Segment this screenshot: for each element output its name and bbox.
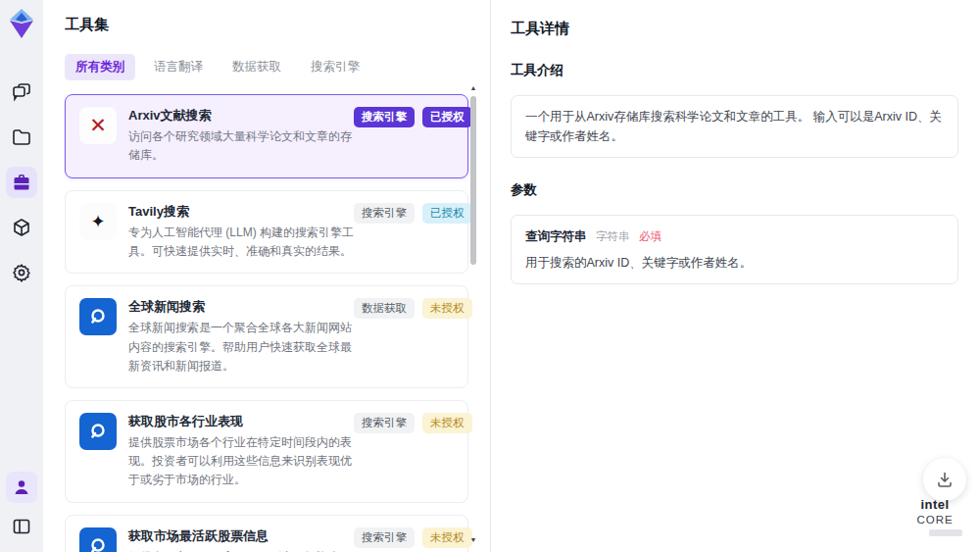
- tool-name: 获取股市各行业表现: [128, 413, 354, 430]
- core-wordmark: CORE: [916, 514, 953, 526]
- news-search-logo-icon: [79, 527, 117, 552]
- param-box: 查询字符串 字符串 必填 用于搜索的Arxiv ID、关键字或作者姓名。: [511, 215, 958, 284]
- chat-icon[interactable]: [6, 76, 37, 108]
- param-type: 字符串: [596, 230, 630, 242]
- tool-description: 专为人工智能代理 (LLM) 构建的搜索引擎工具。可快速提供实时、准确和真实的结…: [128, 224, 354, 261]
- toolbox-icon[interactable]: [6, 167, 37, 198]
- app-logo-icon: [7, 8, 36, 39]
- tool-name: Tavily搜索: [128, 203, 354, 221]
- param-description: 用于搜索的Arxiv ID、关键字或作者姓名。: [525, 253, 944, 273]
- scroll-up-arrow[interactable]: ▲: [469, 84, 477, 92]
- intel-core-logo: intel CORE: [904, 497, 966, 536]
- scroll-down-arrow[interactable]: ▼: [469, 536, 477, 544]
- package-icon[interactable]: [6, 212, 37, 243]
- tool-name: 获取市场最活跃股票信息: [128, 527, 354, 545]
- panel-toggle-icon[interactable]: [6, 511, 37, 542]
- tool-description: 全球新闻搜索是一个聚合全球各大新闻网站内容的搜索引擎。帮助用户快速获取全球最新资…: [128, 319, 354, 376]
- category-badge: 搜索引擎: [354, 203, 415, 224]
- tavily-star-icon: ✦: [79, 203, 117, 240]
- page-title: 工具集: [65, 16, 490, 34]
- tool-card-sector-performance[interactable]: 获取股市各行业表现 提供股票市场各个行业在特定时间段内的表现。投资者可以利用这些…: [65, 400, 468, 503]
- news-search-logo-icon: [79, 298, 117, 335]
- intel-badge-sub: [929, 529, 962, 536]
- category-badge: 数据获取: [354, 298, 415, 319]
- settings-gear-icon[interactable]: [6, 257, 37, 288]
- tool-list: ✕ Arxiv文献搜索 访问各个研究领域大量科学论文和文章的存储库。 搜索引擎 …: [65, 94, 468, 552]
- tool-description: 提供股票市场各个行业在特定时间段内的表现。投资者可以利用这些信息来识别表现优于或…: [128, 433, 354, 490]
- scrollbar-thumb[interactable]: [470, 96, 476, 265]
- intro-heading: 工具介绍: [511, 62, 958, 79]
- user-icon[interactable]: [6, 472, 37, 503]
- auth-status-badge: 未授权: [422, 527, 472, 548]
- news-search-logo-icon: [79, 413, 117, 450]
- tool-list-panel: 工具集 所有类别 语言翻译 数据获取 搜索引擎 ✕ Arxiv文献搜索 访问各个…: [43, 0, 490, 552]
- tool-card-arxiv[interactable]: ✕ Arxiv文献搜索 访问各个研究领域大量科学论文和文章的存储库。 搜索引擎 …: [65, 94, 468, 178]
- tab-language-translation[interactable]: 语言翻译: [143, 54, 214, 80]
- param-name: 查询字符串: [525, 229, 587, 243]
- auth-status-badge: 未授权: [422, 298, 472, 319]
- tool-name: 全球新闻搜索: [128, 298, 354, 316]
- category-badge: 搜索引擎: [354, 107, 415, 127]
- tool-name: Arxiv文献搜索: [128, 107, 354, 125]
- tool-description: 提供当天交易量最高的股票列表，投资者可以利用这些信息来识别流动性强的股票和潜在的…: [128, 548, 354, 552]
- download-button[interactable]: [923, 458, 966, 501]
- intel-wordmark: intel: [920, 497, 949, 512]
- param-required-badge: 必填: [639, 230, 662, 242]
- auth-status-badge: 未授权: [422, 413, 472, 433]
- auth-status-badge: 已授权: [422, 107, 472, 127]
- intro-box: 一个用于从Arxiv存储库搜索科学论文和文章的工具。 输入可以是Arxiv ID…: [511, 95, 958, 158]
- detail-title: 工具详情: [511, 20, 958, 38]
- category-tabs: 所有类别 语言翻译 数据获取 搜索引擎: [65, 54, 490, 80]
- list-scrollbar[interactable]: ▲ ▼: [469, 82, 477, 546]
- tab-search-engine[interactable]: 搜索引擎: [300, 54, 370, 80]
- tool-detail-panel: 工具详情 工具介绍 一个用于从Arxiv存储库搜索科学论文和文章的工具。 输入可…: [490, 0, 980, 552]
- folder-icon[interactable]: [6, 122, 37, 153]
- auth-status-badge: 已授权: [422, 203, 472, 224]
- tool-card-tavily[interactable]: ✦ Tavily搜索 专为人工智能代理 (LLM) 构建的搜索引擎工具。可快速提…: [65, 190, 468, 275]
- arxiv-logo-icon: ✕: [79, 107, 117, 144]
- tool-description: 访问各个研究领域大量科学论文和文章的存储库。: [128, 127, 354, 165]
- category-badge: 搜索引擎: [354, 527, 415, 548]
- left-rail: [0, 0, 43, 552]
- category-badge: 搜索引擎: [354, 413, 415, 433]
- params-heading: 参数: [511, 181, 958, 199]
- tool-card-global-news[interactable]: 全球新闻搜索 全球新闻搜索是一个聚合全球各大新闻网站内容的搜索引擎。帮助用户快速…: [65, 285, 468, 388]
- tab-all-categories[interactable]: 所有类别: [65, 54, 135, 80]
- app-window: 工具集 所有类别 语言翻译 数据获取 搜索引擎 ✕ Arxiv文献搜索 访问各个…: [0, 0, 980, 552]
- tool-card-active-stocks[interactable]: 获取市场最活跃股票信息 提供当天交易量最高的股票列表，投资者可以利用这些信息来识…: [65, 515, 468, 552]
- tab-data-fetch[interactable]: 数据获取: [221, 54, 292, 80]
